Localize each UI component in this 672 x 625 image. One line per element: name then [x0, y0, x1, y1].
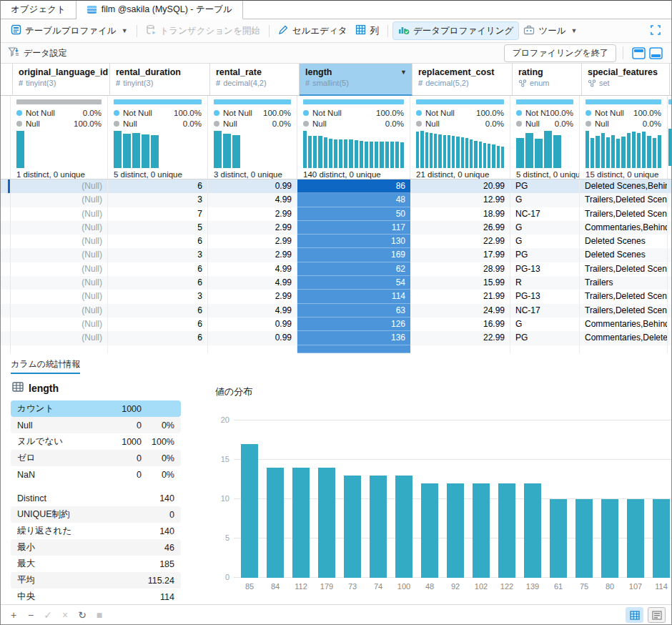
begin-transaction-button[interactable]: トランザクションを開始: [142, 21, 265, 40]
apply-icon[interactable]: ✓: [41, 609, 55, 621]
cell-rental_duration[interactable]: 3: [108, 193, 208, 207]
column-profile-original_language_id[interactable]: Not Null0.0%Null100.0%1 distinct, 0 uniq…: [11, 96, 108, 179]
fullscreen-button[interactable]: [646, 21, 666, 41]
cell-special_features[interactable]: Deleted Scenes: [580, 235, 668, 248]
cell-replacement_cost[interactable]: 20.99: [410, 179, 510, 193]
cell-rental_rate[interactable]: 0.99: [208, 318, 297, 331]
cell-replacement_cost[interactable]: 21.99: [410, 290, 510, 303]
cell-rental_rate[interactable]: 0.99: [208, 179, 297, 193]
column-header-replacement_cost[interactable]: replacement_cost#decimal(5,2): [412, 64, 513, 96]
column-header-special_features[interactable]: special_featuresset: [582, 64, 670, 96]
row-selector[interactable]: [1, 248, 11, 262]
column-profile-rental_duration[interactable]: Not Null100.0%Null0.0%5 distinct, 0 uniq…: [108, 96, 208, 179]
cell-replacement_cost[interactable]: 26.99: [410, 221, 510, 235]
row-selector[interactable]: [1, 193, 11, 207]
cell-original_language_id[interactable]: (Null): [11, 248, 108, 262]
cell-rental_duration[interactable]: 6: [108, 304, 208, 318]
end-profiling-button[interactable]: プロファイリングを終了: [504, 44, 616, 62]
cell-length[interactable]: 117: [297, 221, 410, 235]
panel-top-toggle[interactable]: [630, 45, 647, 61]
column-sort-caret-icon[interactable]: ▼: [400, 69, 407, 76]
cell-rating[interactable]: G: [510, 318, 580, 331]
column-profile-length[interactable]: Not Null100.0%Null0.0%140 distinct, 0 un…: [297, 96, 410, 179]
cell-rental_duration[interactable]: 6: [108, 262, 208, 276]
cell-rental_duration[interactable]: 6: [108, 179, 208, 193]
stats-row[interactable]: 最大185: [11, 556, 181, 572]
data-settings-button[interactable]: データ設定: [8, 46, 67, 59]
cancel-icon[interactable]: ×: [58, 609, 72, 621]
cell-rental_duration[interactable]: 5: [108, 221, 208, 235]
cell-rental_duration[interactable]: 6: [108, 318, 208, 331]
column-profile-rating[interactable]: Not Null100.0%Null0.0%5 distinct, 0 uniq…: [510, 96, 580, 179]
cell-original_language_id[interactable]: (Null): [11, 276, 108, 290]
row-selector[interactable]: [1, 331, 11, 345]
cell-rating[interactable]: G: [510, 221, 580, 235]
cell-original_language_id[interactable]: (Null): [11, 331, 108, 345]
cell-rental_rate[interactable]: 2.99: [208, 290, 297, 303]
row-selector[interactable]: [1, 304, 11, 318]
cell-special_features[interactable]: Commentaries,Behind the: [580, 221, 668, 235]
cell-length[interactable]: 136: [297, 331, 410, 345]
cell-rental_duration[interactable]: 6: [108, 331, 208, 345]
stats-row[interactable]: NaN00%: [11, 466, 181, 483]
cell-length[interactable]: 48: [297, 193, 410, 207]
column-header-rental_rate[interactable]: rental_rate#decimal(4,2): [210, 64, 300, 96]
cell-length[interactable]: 63: [297, 304, 410, 318]
cell-rental_duration[interactable]: 3: [108, 290, 208, 303]
stats-row[interactable]: Distinct140: [11, 490, 181, 506]
cell-rental_rate[interactable]: 4.99: [208, 304, 297, 318]
tab-objects[interactable]: オブジェクト: [1, 1, 76, 19]
cell-rental_rate[interactable]: 4.99: [208, 262, 297, 276]
row-selector[interactable]: [1, 179, 11, 193]
add-icon[interactable]: +: [6, 609, 21, 621]
data-profiling-button[interactable]: データプロファイリング: [392, 21, 519, 40]
column-header-rental_duration[interactable]: rental_duration#tinyint(3): [110, 64, 210, 96]
cell-rental_rate[interactable]: 0.99: [208, 331, 297, 345]
cell-original_language_id[interactable]: (Null): [11, 221, 108, 235]
stats-row[interactable]: Null00%: [11, 417, 181, 433]
refresh-icon[interactable]: ↻: [75, 609, 89, 621]
stats-row[interactable]: カウント1000: [11, 400, 181, 417]
row-selector[interactable]: [1, 221, 11, 235]
cell-rating[interactable]: G: [510, 235, 580, 248]
cell-special_features[interactable]: Trailers,Deleted Scenes: [580, 290, 668, 303]
row-selector[interactable]: [1, 318, 11, 331]
row-selector[interactable]: [1, 207, 11, 221]
form-view-button[interactable]: [648, 607, 666, 623]
cell-rental_rate[interactable]: 4.99: [208, 193, 297, 207]
cell-length[interactable]: 54: [297, 276, 410, 290]
cell-replacement_cost[interactable]: 16.99: [410, 318, 510, 331]
stats-row[interactable]: ヌルでない1000100%: [11, 433, 181, 450]
cell-rental_rate[interactable]: 2.99: [208, 235, 297, 248]
stats-row[interactable]: 平均115.24: [11, 572, 181, 589]
row-selector[interactable]: [1, 290, 11, 303]
column-header-length[interactable]: length#smallint(5)▼: [300, 64, 412, 96]
cell-special_features[interactable]: Deleted Scenes: [580, 248, 668, 262]
cell-replacement_cost[interactable]: 22.99: [410, 331, 510, 345]
column-header-rating[interactable]: ratingenum: [513, 64, 582, 96]
cell-length[interactable]: 50: [297, 207, 410, 221]
cell-special_features[interactable]: Trailers,Deleted Scenes: [580, 304, 668, 318]
cell-special_features[interactable]: Commentaries,Deleted Sc: [580, 331, 668, 345]
tab-column-statistics[interactable]: カラムの統計情報: [11, 358, 80, 374]
cell-replacement_cost[interactable]: 17.99: [410, 248, 510, 262]
cell-special_features[interactable]: Trailers,Deleted Scenes: [580, 207, 668, 221]
cell-rental_rate[interactable]: 4.99: [208, 276, 297, 290]
row-selector[interactable]: [1, 262, 11, 276]
cell-rental_rate[interactable]: 2.99: [208, 248, 297, 262]
cell-rating[interactable]: PG: [510, 331, 580, 345]
cell-editor-button[interactable]: セルエディタ: [274, 21, 352, 40]
grid-view-button[interactable]: [626, 607, 643, 623]
stats-row[interactable]: 最小46: [11, 539, 181, 556]
cell-replacement_cost[interactable]: 12.99: [410, 193, 510, 207]
cell-rating[interactable]: PG-13: [510, 262, 580, 276]
table-profile-button[interactable]: テーブルプロファイル ▼: [6, 21, 132, 40]
cell-length[interactable]: 126: [297, 318, 410, 331]
cell-original_language_id[interactable]: (Null): [11, 207, 108, 221]
cell-replacement_cost[interactable]: 28.99: [410, 262, 510, 276]
stats-row[interactable]: 繰り返された140: [11, 523, 181, 539]
cell-rating[interactable]: PG-13: [510, 290, 580, 303]
cell-replacement_cost[interactable]: 24.99: [410, 304, 510, 318]
cell-rental_duration[interactable]: 6: [108, 235, 208, 248]
cell-rental_duration[interactable]: 3: [108, 248, 208, 262]
